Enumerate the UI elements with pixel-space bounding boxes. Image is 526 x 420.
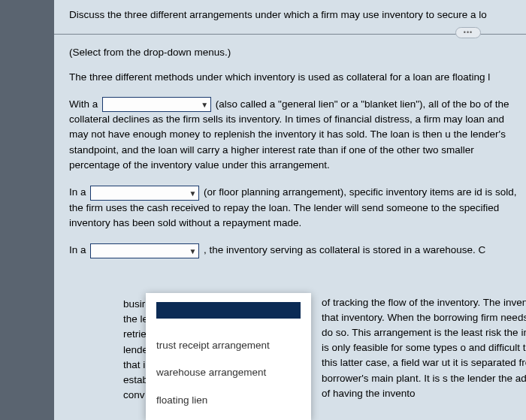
block1-prefix: With a	[69, 98, 98, 110]
dropdown-3[interactable]	[90, 243, 199, 258]
dropdown-option-floating-lien[interactable]: floating lien	[156, 387, 301, 414]
frag-l6: estab	[123, 373, 148, 388]
dropdown-1[interactable]	[102, 97, 211, 112]
paragraph-block-1: With a (also called a "general lien" or …	[69, 97, 526, 173]
dropdown-option-warehouse[interactable]: warehouse arrangement	[156, 359, 301, 386]
block2-prefix: In a	[69, 186, 86, 198]
block1-after: (also called a "general lien" or a "blan…	[216, 98, 481, 110]
frag-l1: busir	[123, 297, 148, 312]
paragraph-block-2: In a (or floor planning arrangement), sp…	[69, 185, 526, 231]
page-content: Discuss the three different arrangements…	[54, 0, 526, 420]
instruction-text: (Select from the drop-down menus.)	[69, 45, 526, 60]
frag-l4: lende	[123, 343, 148, 358]
block3-after: , the inventory serving as collateral is…	[204, 244, 485, 255]
intro-text: The three different methods under which …	[69, 70, 526, 85]
left-clipped-column: busir the le retrie lende that i estab c…	[123, 297, 148, 403]
show-more-button[interactable]: •••	[455, 27, 481, 38]
dropdown-option-trust-receipt[interactable]: trust receipt arrangement	[156, 332, 301, 359]
question-text: Discuss the three different arrangements…	[69, 8, 526, 23]
frag-l5: that i	[123, 358, 148, 373]
frag-l7: conv	[123, 388, 148, 403]
dropdown-selected-blank[interactable]	[156, 302, 301, 319]
block2-after: (or floor planning arrangement), specifi…	[204, 186, 482, 198]
dropdown-panel-open: trust receipt arrangement warehouse arra…	[146, 293, 311, 420]
frag-l2: the le	[123, 312, 148, 327]
dropdown-2[interactable]	[90, 186, 199, 201]
frag-l3: retrie	[123, 327, 148, 342]
paragraph-block-3: In a , the inventory serving as collater…	[69, 243, 526, 258]
block3-prefix: In a	[69, 244, 86, 255]
right-fragment-text: of tracking the flow of the inventory. T…	[322, 295, 526, 401]
